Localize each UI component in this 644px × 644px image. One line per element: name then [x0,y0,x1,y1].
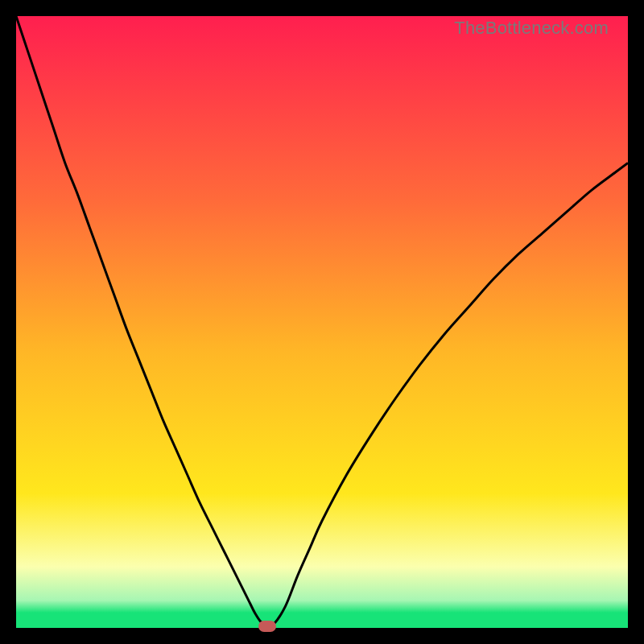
plot-frame: TheBottleneck.com [16,16,628,628]
bottleneck-curve [16,16,628,626]
optimum-marker [258,621,276,632]
watermark-text: TheBottleneck.com [454,18,609,39]
curve-layer [16,16,628,628]
